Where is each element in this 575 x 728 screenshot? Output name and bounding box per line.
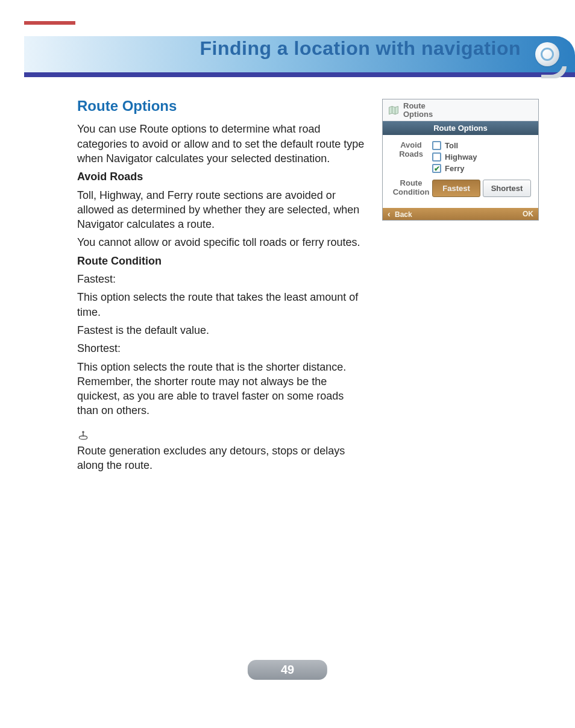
checkbox-highway[interactable] (432, 152, 441, 162)
checkbox-row-highway[interactable]: Highway (432, 152, 531, 162)
note-icon (77, 429, 89, 441)
window-title: Route Options (403, 102, 433, 118)
checkbox-row-toll[interactable]: Toll (432, 141, 531, 150)
route-condition-heading: Route Condition (77, 255, 162, 267)
page-title: Finding a location with navigation (200, 37, 521, 60)
route-condition-label: Route Condition (390, 179, 432, 197)
section-heading: Route Options (77, 96, 366, 116)
avoid-checkboxes: Toll Highway ✔ Ferry (432, 141, 531, 175)
page: Finding a location with navigation Route… (0, 0, 575, 728)
avoid-roads-paragraph-2: You cannot allow or avoid specific toll … (77, 235, 366, 249)
window-title-line2: Options (403, 110, 433, 119)
avoid-roads-row: Avoid Roads Toll Highway ✔ Ferry (390, 141, 531, 175)
checkbox-ferry-label: Ferry (445, 164, 465, 173)
avoid-roads-paragraph-1: Toll, Highway, and Ferry route sections … (77, 188, 366, 232)
fastest-paragraph-2: Fastest is the default value. (77, 323, 366, 337)
ok-button[interactable]: OK (523, 210, 533, 218)
fastest-label: Fastest: (77, 272, 366, 286)
checkbox-ferry[interactable]: ✔ (432, 164, 441, 173)
shortest-paragraph: This option selects the route that is th… (77, 360, 366, 418)
rc-label-line1: Route (400, 178, 423, 187)
panel-bottom-bar: ‹ Back OK (383, 208, 538, 220)
avoid-label-line2: Roads (399, 149, 423, 158)
fastest-button[interactable]: Fastest (432, 180, 480, 197)
note-paragraph: Route generation excludes any detours, s… (77, 444, 366, 473)
checkbox-highway-label: Highway (445, 152, 477, 162)
checkbox-toll[interactable] (432, 141, 441, 150)
avoid-label-line1: Avoid (400, 140, 422, 149)
fastest-paragraph-1: This option selects the route that takes… (77, 290, 366, 319)
route-options-screenshot: Route Options Route Options Avoid Roads … (382, 99, 539, 221)
avoid-roads-label: Avoid Roads (390, 141, 432, 159)
route-condition-segmented: Fastest Shortest (432, 180, 531, 197)
page-number: 49 (248, 660, 327, 680)
back-button[interactable]: ‹ Back (388, 209, 412, 219)
shortest-label: Shortest: (77, 341, 366, 356)
rc-label-line2: Condition (393, 187, 430, 196)
page-number-badge: 49 (248, 660, 327, 680)
checkbox-row-ferry[interactable]: ✔ Ferry (432, 164, 531, 173)
title-underline (24, 72, 575, 77)
chevron-left-icon: ‹ (388, 209, 391, 219)
top-accent-bar (24, 21, 75, 25)
body-text-column: Route Options You can use Route options … (77, 96, 366, 476)
corner-badge-ring (541, 48, 554, 61)
back-label: Back (395, 210, 412, 219)
route-condition-row: Route Condition Fastest Shortest (390, 179, 531, 197)
checkbox-toll-label: Toll (445, 141, 458, 150)
map-icon (388, 104, 400, 116)
svg-point-0 (82, 431, 84, 433)
shortest-button[interactable]: Shortest (483, 180, 531, 197)
intro-paragraph: You can use Route options to determine w… (77, 122, 366, 166)
window-titlebar: Route Options (383, 99, 538, 121)
panel-body: Avoid Roads Toll Highway ✔ Ferry (383, 135, 538, 208)
panel-titlebar: Route Options (383, 121, 538, 135)
avoid-roads-heading: Avoid Roads (77, 171, 143, 183)
